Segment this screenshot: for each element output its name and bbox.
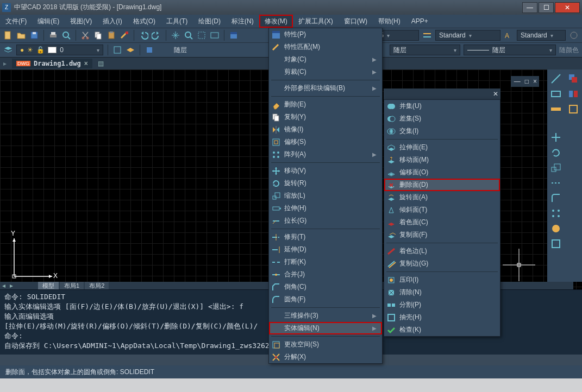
menu-item[interactable]: 镜像(I) (269, 123, 382, 136)
menu-item[interactable]: 对象(C)▶ (269, 53, 382, 66)
menu-item[interactable]: 旋转(R) (269, 177, 382, 189)
menu-item[interactable]: 延伸(D) (269, 243, 382, 256)
zoom-icon[interactable] (184, 30, 193, 40)
tab-close-icon[interactable]: × (84, 60, 88, 67)
new-tab-icon[interactable]: ▤ (98, 60, 104, 67)
menu-item[interactable]: 倒角(C) (269, 281, 382, 293)
zoom-window-icon[interactable] (197, 30, 206, 40)
measure-tool-icon[interactable] (550, 103, 562, 115)
menu-item[interactable]: 分解(X) (269, 351, 382, 363)
menu-item[interactable]: 三维操作(3)▶ (269, 309, 382, 322)
menu-编辑[interactable]: 编辑(E) (32, 15, 65, 28)
menu-item[interactable]: 着色边(L) (384, 245, 500, 257)
menu-标注[interactable]: 标注(N) (226, 15, 259, 28)
menu-item[interactable]: 倾斜面(T) (384, 204, 500, 216)
menu-item[interactable]: 旋转面(A) (384, 191, 500, 204)
child-max-icon[interactable]: □ (525, 78, 529, 85)
menu-绘图[interactable]: 绘图(D) (193, 15, 226, 28)
menu-item[interactable]: 剪裁(C)▶ (269, 66, 382, 78)
menu-item[interactable]: 偏移(S) (269, 136, 382, 148)
menu-item[interactable]: 并集(U) (384, 100, 500, 112)
undo-icon[interactable] (139, 30, 148, 40)
print-icon[interactable] (48, 30, 58, 40)
copy-tool-icon[interactable] (567, 73, 579, 85)
layer-states-icon[interactable] (112, 45, 122, 55)
cut-icon[interactable] (80, 30, 90, 40)
menu-item[interactable]: 合并(J) (269, 268, 382, 281)
rectangle-tool-icon[interactable] (550, 88, 562, 100)
paste-icon[interactable] (107, 30, 116, 40)
doc-tab[interactable]: DWG Drawing1.dwg × (12, 59, 92, 68)
offset-tool-icon[interactable] (567, 103, 579, 115)
menu-格式[interactable]: 格式(O) (128, 15, 161, 28)
menu-item[interactable]: 着色面(C) (384, 216, 500, 229)
menu-item[interactable]: 修剪(T) (269, 231, 382, 243)
redo-icon[interactable] (152, 30, 161, 40)
menu-item[interactable]: 移动(V) (269, 165, 382, 177)
menu-item[interactable]: 差集(S) (384, 112, 500, 125)
mirror-tool-icon[interactable] (567, 88, 579, 100)
menu-item[interactable]: 更改空间(S) (269, 338, 382, 351)
menu-工具[interactable]: 工具(T) (161, 15, 193, 28)
layer-iso-icon[interactable] (126, 45, 135, 55)
menu-item[interactable]: 删除(E) (269, 98, 382, 111)
menu-item[interactable]: 圆角(F) (269, 293, 382, 306)
menu-item[interactable]: 特性(P) (269, 28, 382, 41)
menu-修改[interactable]: 修改(M) (259, 15, 293, 28)
menu-item[interactable]: 缩放(L) (269, 189, 382, 202)
props-panel-icon[interactable] (229, 30, 239, 40)
model-tab[interactable]: 布局1 (60, 282, 84, 289)
circle-tool-icon[interactable] (550, 223, 562, 235)
fillet-tool-icon[interactable] (550, 192, 562, 204)
copy-icon[interactable] (93, 30, 103, 40)
menu-item[interactable]: 移动面(M) (384, 154, 500, 166)
tab-pin-icon[interactable]: ▸ (3, 60, 7, 67)
menu-item[interactable]: 拉伸(H) (269, 202, 382, 214)
rotate-tool-icon[interactable] (550, 147, 562, 159)
open-icon[interactable] (16, 30, 26, 40)
menu-item[interactable]: 压印(I) (384, 274, 500, 286)
menu-item[interactable]: 检查(K) (384, 324, 500, 336)
menu-扩展工具[interactable]: 扩展工具(X) (293, 15, 339, 28)
zoom-extents-icon[interactable] (210, 30, 220, 40)
palette-close-icon[interactable]: ✕ (493, 90, 498, 98)
textstyle1-combo[interactable]: Standard▾ (435, 30, 500, 41)
menu-item[interactable]: 复制面(F) (384, 229, 500, 241)
layer-combo[interactable]: ● ☀ 🔓 0 ▾ (16, 45, 103, 55)
array-tool-icon[interactable] (550, 207, 562, 219)
menu-视图[interactable]: 视图(V) (65, 15, 97, 28)
new-icon[interactable] (3, 30, 13, 40)
menu-item[interactable]: 复制边(G) (384, 257, 500, 270)
menu-item[interactable]: 打断(K) (269, 256, 382, 268)
model-tab[interactable]: 布局2 (85, 282, 109, 289)
line-tool-icon[interactable] (550, 73, 562, 85)
match-icon[interactable] (120, 30, 129, 40)
menu-窗口[interactable]: 窗口(W) (339, 15, 373, 28)
menu-item[interactable]: 拉长(G) (269, 214, 382, 227)
block-icon[interactable] (145, 45, 154, 55)
polygon-tool-icon[interactable] (550, 238, 562, 250)
child-min-icon[interactable]: — (514, 78, 521, 85)
layer-manager-icon[interactable] (3, 45, 13, 55)
textstyle2-combo[interactable]: Standard▾ (517, 30, 566, 41)
move-tool-icon[interactable] (550, 131, 562, 143)
model-tab[interactable]: 模型 (38, 282, 59, 289)
menu-item[interactable]: 交集(I) (384, 125, 500, 137)
child-close-icon[interactable]: × (533, 78, 537, 85)
menu-item[interactable]: 复制(Y) (269, 111, 382, 123)
menu-item[interactable]: 删除面(D) (384, 179, 500, 191)
lineweight-left-combo[interactable]: 随层▾ (390, 45, 460, 55)
menu-item[interactable]: 拉伸面(E) (384, 141, 500, 154)
menu-文件[interactable]: 文件(F) (0, 15, 32, 28)
menu-item[interactable]: 特性匹配(M) (269, 41, 382, 53)
menu-item[interactable]: 外部参照和块编辑(B)▶ (269, 82, 382, 94)
textstyle-icon[interactable]: A (504, 30, 514, 40)
menu-APP+[interactable]: APP+ (406, 15, 434, 28)
maximize-button[interactable]: ☐ (539, 2, 554, 13)
more-icon[interactable] (569, 30, 579, 40)
minimize-button[interactable]: — (522, 2, 537, 13)
trim-tool-icon[interactable] (550, 177, 562, 189)
close-button[interactable]: ✕ (555, 2, 580, 13)
menu-item[interactable]: 阵列(A)▶ (269, 148, 382, 161)
menu-item[interactable]: 抽壳(H) (384, 311, 500, 324)
